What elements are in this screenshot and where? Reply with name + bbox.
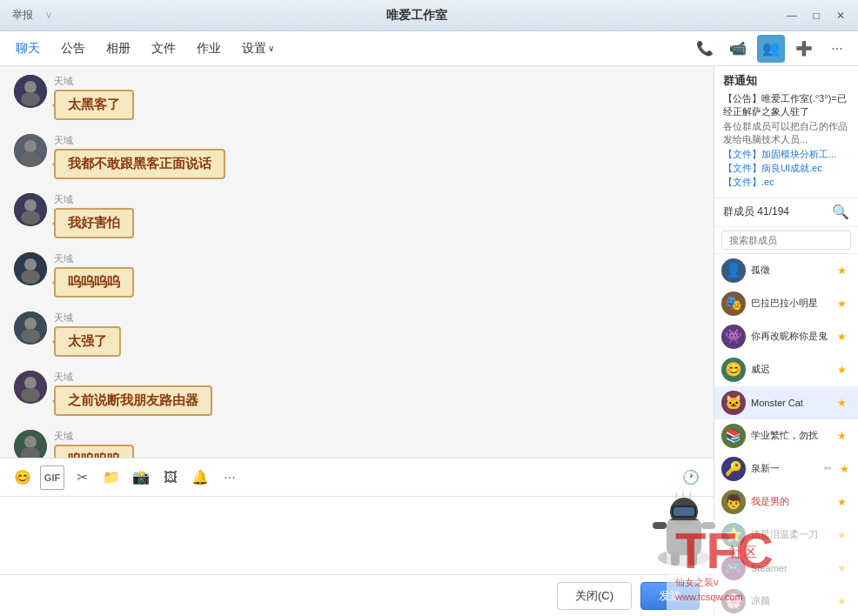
- member-item[interactable]: 🎮Steamer★: [714, 552, 858, 585]
- member-avatar: 🎭: [721, 291, 746, 316]
- svg-point-4: [24, 140, 37, 152]
- message-item: 天域我都不敢跟黑客正面说话: [14, 134, 700, 179]
- member-star-badge: ★: [835, 330, 848, 344]
- member-avatar: 😊: [721, 358, 746, 382]
- member-item[interactable]: 🐱Monster Cat★: [714, 386, 858, 419]
- message-content: 天域太黑客了: [54, 75, 134, 120]
- member-item[interactable]: 🎭巴拉巴拉小明星★: [714, 287, 858, 320]
- camera-button[interactable]: 📸: [129, 465, 153, 490]
- more-toolbar-button[interactable]: ···: [218, 465, 242, 490]
- message-content: 天域之前说断我朋友路由器: [54, 371, 212, 416]
- svg-point-10: [24, 258, 37, 271]
- chat-area: 天域太黑客了天域我都不敢跟黑客正面说话天域我好害怕天域呜呜呜呜天域太强了天域之前…: [0, 66, 714, 616]
- edit-icon: ✏: [824, 463, 832, 474]
- member-name: 你再改昵称你是鬼: [751, 330, 829, 343]
- video-icon-btn[interactable]: 📹: [724, 35, 752, 63]
- more-icon-btn[interactable]: ···: [823, 35, 851, 63]
- member-item[interactable]: 😊威迟★: [714, 353, 858, 386]
- avatar: [14, 193, 47, 226]
- svg-point-14: [21, 329, 40, 343]
- notice-line: 【公告】唯爱工作室(.°3°)=已经正解萨之象人驻了: [723, 92, 849, 119]
- svg-point-17: [21, 388, 40, 402]
- member-star-badge: ★: [835, 495, 848, 509]
- member-star-badge: ★: [835, 561, 848, 575]
- member-star-badge: ★: [835, 396, 848, 410]
- notice-title: 群通知: [723, 73, 849, 89]
- bell-button[interactable]: 🔔: [188, 465, 212, 490]
- message-content: 天域我都不敢跟黑客正面说话: [54, 134, 225, 179]
- message-item: 天域呜呜呜呜: [14, 252, 700, 298]
- message-item: 天域呜呜呜呜: [14, 430, 700, 458]
- members-count: 群成员 41/194: [723, 204, 789, 219]
- member-avatar: 👾: [721, 325, 746, 349]
- member-star-badge: ★: [835, 297, 848, 311]
- message-content: 天域我好害怕: [54, 193, 134, 238]
- right-sidebar: 群通知 【公告】唯爱工作室(.°3°)=已经正解萨之象人驻了各位群成员可以把自己…: [714, 66, 858, 616]
- member-star-badge: ★: [835, 264, 848, 278]
- member-avatar: 👤: [721, 258, 746, 283]
- member-item[interactable]: 🔑泉新一✏★: [714, 452, 858, 485]
- report-button[interactable]: 举报: [7, 6, 38, 24]
- svg-point-7: [24, 199, 37, 211]
- member-avatar: 🐱: [721, 391, 746, 415]
- menu-settings[interactable]: 设置∨: [233, 37, 283, 60]
- message-sender: 天域: [54, 252, 134, 265]
- member-name: 流星泪温柔一刀: [751, 528, 829, 541]
- member-star-badge: ★: [835, 429, 848, 443]
- member-search-input[interactable]: [721, 231, 851, 250]
- svg-point-19: [24, 436, 37, 448]
- member-name: 凉颜: [751, 594, 829, 607]
- group-icon-btn[interactable]: 👥: [757, 35, 785, 63]
- close-button[interactable]: ✕: [830, 5, 851, 26]
- folder-button[interactable]: 📁: [99, 465, 124, 490]
- message-bubble: 呜呜呜呜: [54, 267, 134, 298]
- member-item[interactable]: 👦我是男的★: [714, 485, 858, 519]
- message-sender: 天域: [54, 430, 134, 443]
- send-button[interactable]: 发送: [640, 582, 700, 610]
- message-bubble: 我好害怕: [54, 208, 134, 238]
- member-avatar: 🔑: [721, 457, 746, 481]
- member-search-icon[interactable]: 🔍: [832, 204, 849, 221]
- message-bubble: 太强了: [54, 326, 121, 357]
- main-layout: 天域太黑客了天域我都不敢跟黑客正面说话天域我好害怕天域呜呜呜呜天域太强了天域之前…: [0, 66, 858, 616]
- emoji-button[interactable]: 😊: [10, 465, 35, 490]
- add-icon-btn[interactable]: ➕: [790, 35, 818, 63]
- member-avatar: 🌸: [721, 589, 746, 613]
- window-controls: — □ ✕: [781, 5, 851, 26]
- member-item[interactable]: 👤孤徵★: [714, 254, 858, 287]
- close-chat-button[interactable]: 关闭(C): [557, 582, 632, 610]
- menu-files[interactable]: 文件: [143, 37, 184, 60]
- member-item[interactable]: 📚学业繁忙，勿扰★: [714, 419, 858, 452]
- chat-input-area[interactable]: [0, 496, 714, 574]
- message-sender: 天域: [54, 134, 225, 147]
- member-item[interactable]: 👾你再改昵称你是鬼★: [714, 320, 858, 353]
- message-content: 天域呜呜呜呜: [54, 430, 134, 458]
- menu-chat[interactable]: 聊天: [7, 37, 49, 60]
- chat-messages[interactable]: 天域太黑客了天域我都不敢跟黑客正面说话天域我好害怕天域呜呜呜呜天域太强了天域之前…: [0, 66, 714, 458]
- menu-bulletin[interactable]: 公告: [52, 37, 94, 60]
- message-sender: 天域: [54, 75, 134, 88]
- member-item[interactable]: ⭐流星泪温柔一刀★: [714, 519, 858, 552]
- member-avatar: 📚: [721, 424, 746, 448]
- member-name: Monster Cat: [751, 398, 829, 408]
- gif-button[interactable]: GIF: [40, 465, 64, 490]
- member-name: 巴拉巴拉小明星: [751, 297, 829, 310]
- notice-line: 【文件】加固模块分析工...: [723, 148, 849, 161]
- phone-icon-btn[interactable]: 📞: [691, 35, 719, 63]
- member-avatar: 🎮: [721, 556, 746, 580]
- titlebar-left: 举报 ∨: [7, 6, 52, 24]
- minimize-button[interactable]: —: [781, 5, 802, 26]
- menu-album[interactable]: 相册: [97, 37, 139, 60]
- message-bubble: 之前说断我朋友路由器: [54, 385, 212, 416]
- maximize-button[interactable]: □: [806, 5, 827, 26]
- member-name: 威迟: [751, 363, 829, 376]
- image-button[interactable]: 🖼: [158, 465, 183, 490]
- clock-button[interactable]: 🕐: [679, 465, 703, 490]
- member-item[interactable]: 🌸凉颜★: [714, 585, 858, 616]
- menu-homework[interactable]: 作业: [188, 37, 230, 60]
- member-name: 我是男的: [751, 495, 829, 508]
- avatar: [14, 311, 47, 345]
- svg-point-16: [24, 377, 37, 389]
- scissors-button[interactable]: ✂: [70, 465, 94, 490]
- svg-point-11: [21, 270, 40, 284]
